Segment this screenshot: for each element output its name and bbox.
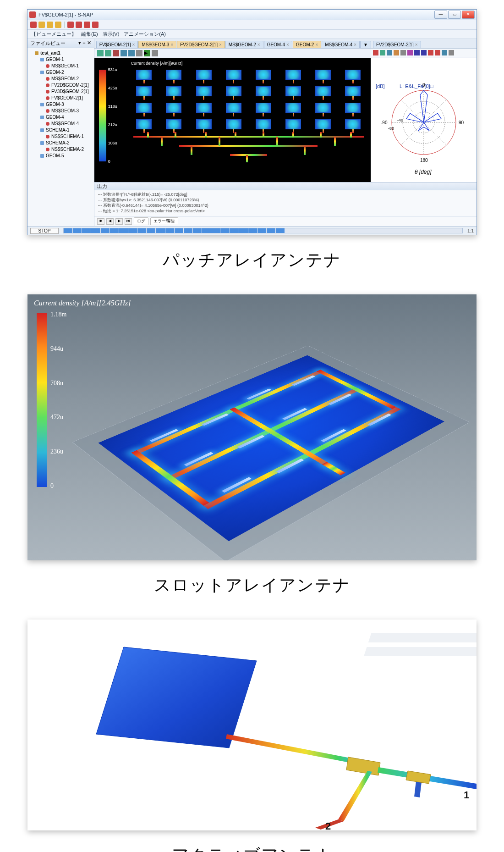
progress-bar xyxy=(63,228,463,233)
run-icon[interactable]: ▶ xyxy=(144,50,150,56)
tool-icon[interactable] xyxy=(30,22,37,28)
tool-icon[interactable] xyxy=(394,50,399,55)
tool-icon[interactable] xyxy=(400,50,406,55)
tool-icon[interactable] xyxy=(435,50,440,55)
slot-title: Current density [A/m][2.45GHz] xyxy=(34,299,131,307)
tool-icon[interactable] xyxy=(47,22,53,28)
output-log[interactable]: --- 対数波長ずれ^-6解絶対tr(-.215)= -25.072[deg]-… xyxy=(94,190,477,216)
tab-dropdown[interactable]: ▼ xyxy=(360,41,371,48)
tree-item[interactable]: SCHEMA-1NS$SCHEMA-1 xyxy=(40,127,92,140)
tool-icon[interactable] xyxy=(442,50,447,55)
tab[interactable]: MS$GEOM-3× xyxy=(138,41,176,48)
sidebar-dock-controls[interactable]: ▾ ≡ ✕ xyxy=(78,40,91,47)
tree-leaf[interactable]: NS$SCHEMA-1 xyxy=(46,133,92,140)
polar-legend: L: E&L_Fai[0]□ xyxy=(400,83,433,89)
current-density-viewer[interactable]: Current density [A/m][9GHz] 531u425u318u… xyxy=(94,58,371,182)
project-tree[interactable]: test_ant1 GEOM-1MS$GEOM-1GEOM-2MS$GEOM-2… xyxy=(27,48,94,163)
tab[interactable]: FV2D$GEOM-2[1]× xyxy=(177,41,225,48)
tool-icon[interactable] xyxy=(92,22,99,28)
tab[interactable]: GEOM-4× xyxy=(264,41,292,48)
polar-plot[interactable]: [dB] L: E&L_Fai[0]□ xyxy=(371,58,477,182)
nav-prev-icon[interactable]: ◀ xyxy=(106,218,114,225)
patch-element xyxy=(315,70,331,80)
tree-item[interactable]: SCHEMA-2NS$SCHEMA-2 xyxy=(40,140,92,153)
patch-array xyxy=(133,70,364,175)
polar-pane: [dB] L: E&L_Fai[0]□ xyxy=(371,58,477,182)
patch-element xyxy=(256,86,271,96)
tree-leaf[interactable]: MS$GEOM-3 xyxy=(46,108,92,114)
menu-edit[interactable]: 編集(E) xyxy=(81,31,98,38)
tab[interactable]: GEOM-2× xyxy=(293,41,321,48)
tool-icon[interactable] xyxy=(152,50,158,56)
tree-leaf[interactable]: FV$GEOM-2[1] xyxy=(46,95,92,101)
output-tab-errors[interactable]: エラー/警告 xyxy=(150,217,179,225)
polar-xlabel: θ [deg] xyxy=(415,169,432,175)
tree-leaf[interactable]: MS$GEOM-2 xyxy=(46,76,92,82)
colorbar-tick: 425u xyxy=(108,86,117,90)
tab[interactable]: MS$GEOM-4× xyxy=(322,41,360,48)
window-title: FV$GEOM-2[1] - S-NAP xyxy=(38,12,434,17)
tool-icon[interactable] xyxy=(76,22,82,28)
stop-button[interactable]: STOP xyxy=(30,228,59,234)
nav-next-icon[interactable]: ▶ xyxy=(115,218,123,225)
play-icon[interactable] xyxy=(105,50,111,56)
maximize-button[interactable]: ▭ xyxy=(448,11,461,19)
step-icon[interactable] xyxy=(128,50,135,56)
tool-icon[interactable] xyxy=(373,50,378,55)
active-antenna-stage[interactable]: 1 2 xyxy=(27,620,477,830)
tree-leaf[interactable]: FV2D$GEOM-2[1] xyxy=(46,82,92,89)
close-button[interactable]: ✕ xyxy=(462,11,475,19)
tool-icon[interactable] xyxy=(84,22,90,28)
loop-icon[interactable] xyxy=(136,50,142,56)
tree-item[interactable]: GEOM-5 xyxy=(40,153,92,159)
tool-icon[interactable] xyxy=(55,22,61,28)
tool-icon[interactable] xyxy=(380,50,385,55)
step-icon[interactable] xyxy=(121,50,127,56)
output-tab-log[interactable]: ログ xyxy=(134,217,148,225)
slot-board[interactable] xyxy=(98,355,444,542)
status-zoom: 1:1 xyxy=(467,228,474,233)
patch-element xyxy=(166,103,181,113)
svg-rect-13 xyxy=(368,633,477,642)
tool-icon[interactable] xyxy=(414,50,420,55)
nav-first-icon[interactable]: ⏮ xyxy=(97,218,104,225)
menu-display[interactable]: 表示(V) xyxy=(103,31,120,38)
tool-icon[interactable] xyxy=(407,50,413,55)
tool-icon[interactable] xyxy=(421,50,427,55)
tool-icon[interactable] xyxy=(387,50,392,55)
tab[interactable]: FV2D$GEOM-2[1]× xyxy=(373,41,421,48)
tree-leaf[interactable]: MS$GEOM-1 xyxy=(46,63,92,69)
tree-leaf[interactable]: NS$SCHEMA-2 xyxy=(46,146,92,153)
patch-element xyxy=(345,86,361,96)
colorbar-tick: 472u xyxy=(50,414,66,421)
tree-item[interactable]: GEOM-4MS$GEOM-4 xyxy=(40,114,92,127)
svg-text:180: 180 xyxy=(420,158,428,163)
nav-last-icon[interactable]: ⏭ xyxy=(125,218,132,225)
tool-icon[interactable] xyxy=(428,50,433,55)
tree-item[interactable]: GEOM-1MS$GEOM-1 xyxy=(40,56,92,69)
tool-icon[interactable] xyxy=(449,50,454,55)
patch-element xyxy=(166,70,181,80)
titlebar[interactable]: FV$GEOM-2[1] - S-NAP — ▭ ✕ xyxy=(27,10,477,20)
colorbar-tick: 944u xyxy=(50,345,66,353)
tool-icon[interactable] xyxy=(38,22,45,28)
slot-colorbar xyxy=(37,313,47,487)
tool-icon[interactable] xyxy=(67,22,74,28)
minimize-button[interactable]: — xyxy=(434,11,447,19)
tree-item[interactable]: GEOM-2MS$GEOM-2FV2D$GEOM-2[1]FV3D$GEOM-2… xyxy=(40,69,92,101)
colorbar xyxy=(99,70,106,161)
port-1-label: 1 xyxy=(464,789,469,801)
menu-view[interactable]: 【ビューメニュー】 xyxy=(31,31,77,38)
tab[interactable]: FV$GEOM-2[1]× xyxy=(96,41,138,48)
svg-text:-40: -40 xyxy=(397,118,403,122)
tree-item[interactable]: GEOM-3MS$GEOM-3 xyxy=(40,101,92,114)
stop-icon[interactable] xyxy=(113,50,119,56)
svg-rect-14 xyxy=(364,647,477,656)
tab[interactable]: MS$GEOM-2× xyxy=(225,41,263,48)
sidebar-header: ファイルビュー ▾ ≡ ✕ xyxy=(27,39,94,48)
play-icon[interactable] xyxy=(97,50,104,56)
patch-element xyxy=(226,119,241,129)
tree-leaf[interactable]: FV3D$GEOM-2[1] xyxy=(46,89,92,95)
menu-animation[interactable]: アニメーション(A) xyxy=(124,31,166,38)
tree-leaf[interactable]: MS$GEOM-4 xyxy=(46,121,92,127)
